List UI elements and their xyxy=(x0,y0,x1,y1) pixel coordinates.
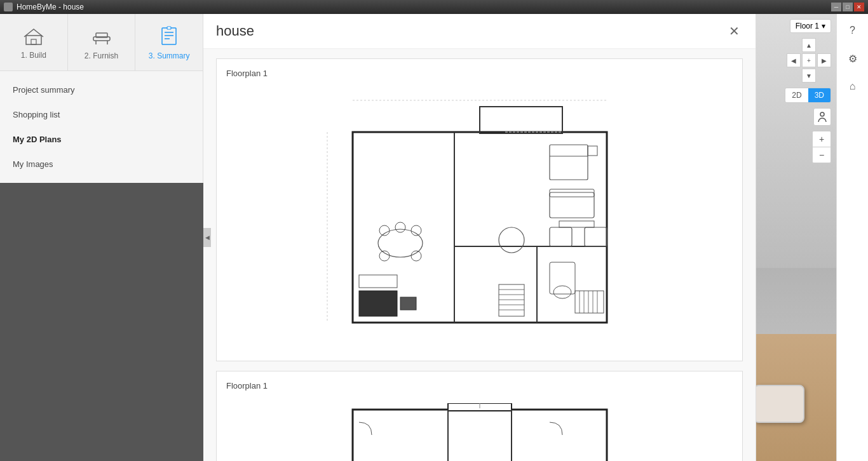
svg-rect-1 xyxy=(31,39,36,44)
zoom-out-button[interactable]: − xyxy=(813,147,831,163)
person-view-button[interactable] xyxy=(813,108,831,126)
build-icon xyxy=(23,25,44,47)
right-toolbar: ? ⚙ ⌂ xyxy=(836,14,868,461)
svg-rect-27 xyxy=(559,221,594,227)
maximize-button[interactable]: □ xyxy=(843,3,853,11)
panel-title: house xyxy=(216,23,254,39)
nav-item-shopping-list[interactable]: Shopping list xyxy=(0,102,203,127)
svg-point-18 xyxy=(379,225,390,236)
svg-point-21 xyxy=(379,251,390,261)
view-2d-button[interactable]: 2D xyxy=(785,88,808,102)
floorplan-2-image xyxy=(226,397,733,461)
svg-point-22 xyxy=(411,251,421,261)
nav-right-button[interactable]: ▶ xyxy=(817,53,831,67)
svg-rect-6 xyxy=(162,28,176,44)
nav-center-button[interactable]: + xyxy=(802,53,816,67)
tab-bar: 1. Build 2. Furnish xyxy=(0,14,203,71)
svg-rect-24 xyxy=(550,189,594,197)
nav-left-button[interactable]: ◀ xyxy=(787,53,801,67)
panel-content[interactable]: Floorplan 1 xyxy=(203,49,756,461)
floor-selector[interactable]: Floor 1 ▾ xyxy=(790,19,831,33)
svg-rect-25 xyxy=(550,227,572,246)
nav-list: Project summary Shopping list My 2D Plan… xyxy=(0,71,203,183)
svg-point-39 xyxy=(553,286,571,298)
svg-point-56 xyxy=(820,112,824,116)
svg-rect-51 xyxy=(353,410,607,461)
view-3d-button[interactable]: 3D xyxy=(808,88,831,102)
sidebar-wrapper: 1. Build 2. Furnish xyxy=(0,14,203,461)
tab-furnish[interactable]: 2. Furnish xyxy=(68,14,136,70)
svg-rect-48 xyxy=(359,275,397,288)
panel-overlay: house ✕ Floorplan 1 xyxy=(203,14,756,461)
svg-rect-0 xyxy=(26,36,41,44)
title-bar: HomeByMe - house ─ □ ✕ xyxy=(0,0,868,14)
settings-button[interactable]: ⚙ xyxy=(841,47,864,70)
minimize-button[interactable]: ─ xyxy=(831,3,841,11)
nav-item-project-summary[interactable]: Project summary xyxy=(0,77,203,102)
furnish-icon xyxy=(90,25,113,48)
panel-header: house ✕ xyxy=(203,14,756,49)
sidebar-toggle-button[interactable]: ◀ xyxy=(203,228,211,247)
svg-point-20 xyxy=(411,225,421,236)
floorplan-1-label: Floorplan 1 xyxy=(226,69,733,78)
right-area: house ✕ Floorplan 1 xyxy=(203,14,868,461)
floor-selector-arrow: ▾ xyxy=(822,22,825,30)
nav-item-my-images[interactable]: My Images xyxy=(0,152,203,177)
svg-rect-10 xyxy=(167,27,171,29)
main-container: 1. Build 2. Furnish xyxy=(0,14,868,461)
summary-icon xyxy=(158,25,180,48)
svg-point-31 xyxy=(499,227,524,253)
tab-build[interactable]: 1. Build xyxy=(0,14,68,70)
zoom-in-button[interactable]: + xyxy=(813,131,831,147)
view-3d[interactable]: Floor 1 ▾ ▲ ▼ ◀ ▶ + 2D 3D xyxy=(756,14,836,461)
app-icon xyxy=(4,3,13,11)
view-mode-toggle: 2D 3D xyxy=(785,88,831,103)
floor-selector-row: Floor 1 ▾ xyxy=(790,19,831,33)
close-button[interactable]: ✕ xyxy=(854,3,864,11)
svg-point-19 xyxy=(395,222,405,232)
home-button[interactable]: ⌂ xyxy=(841,75,864,98)
zoom-controls: + − xyxy=(812,131,831,163)
svg-rect-15 xyxy=(480,107,562,133)
title-bar-text: HomeByMe - house xyxy=(17,3,84,11)
tab-summary-label: 3. Summary xyxy=(149,51,190,60)
floorplan-2-label: Floorplan 1 xyxy=(226,381,733,391)
help-button[interactable]: ? xyxy=(841,19,864,42)
svg-rect-30 xyxy=(588,146,597,156)
nav-cross: ▲ ▼ ◀ ▶ + xyxy=(787,38,831,83)
tab-summary[interactable]: 3. Summary xyxy=(135,14,203,70)
svg-rect-32 xyxy=(499,284,524,316)
nav-down-button[interactable]: ▼ xyxy=(802,69,816,83)
svg-rect-46 xyxy=(359,291,397,316)
tab-build-label: 1. Build xyxy=(21,51,46,60)
svg-point-17 xyxy=(378,229,423,257)
nav-up-button[interactable]: ▲ xyxy=(802,38,816,52)
nav-item-my-2d-plans[interactable]: My 2D Plans xyxy=(0,127,203,152)
bathroom-fixture-hint xyxy=(756,385,804,423)
svg-rect-38 xyxy=(550,262,575,294)
panel-close-button[interactable]: ✕ xyxy=(725,22,743,40)
svg-rect-23 xyxy=(550,192,594,218)
tab-furnish-label: 2. Furnish xyxy=(85,51,118,60)
sidebar: 1. Build 2. Furnish xyxy=(0,14,203,183)
svg-rect-28 xyxy=(550,145,588,180)
floorplan-1-image xyxy=(226,84,733,351)
view-controls: Floor 1 ▾ ▲ ▼ ◀ ▶ + 2D 3D xyxy=(785,19,831,163)
svg-rect-47 xyxy=(400,297,416,310)
floorplan-card-2: Floorplan 1 xyxy=(216,371,743,461)
title-bar-left: HomeByMe - house xyxy=(4,3,84,11)
svg-rect-26 xyxy=(585,227,607,246)
floorplan-card-1: Floorplan 1 xyxy=(216,58,743,361)
title-bar-controls: ─ □ ✕ xyxy=(831,3,864,11)
